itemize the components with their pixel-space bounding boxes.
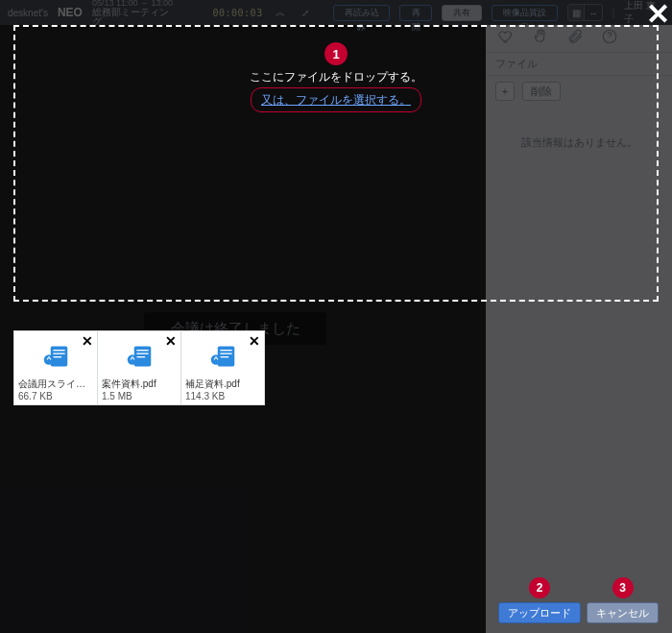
svg-rect-7 xyxy=(136,350,148,351)
svg-rect-2 xyxy=(53,350,64,351)
step-badge-1: 1 xyxy=(324,42,348,65)
file-size: 1.5 MB xyxy=(102,391,177,403)
file-thumbnail-row: ✕ 会議用スライド.… 66.7 KB ✕ 案件資料.pdf 1.5 MB ✕ … xyxy=(13,330,265,405)
file-thumbnail: ✕ 案件資料.pdf 1.5 MB xyxy=(97,330,181,405)
svg-rect-4 xyxy=(53,356,61,357)
svg-rect-8 xyxy=(136,353,148,354)
remove-file-icon[interactable]: ✕ xyxy=(82,333,93,349)
upload-button[interactable]: アップロード xyxy=(498,602,581,623)
select-file-link-wrap[interactable]: 又は、ファイルを選択する。 xyxy=(251,87,421,112)
dialog-button-row: 2 アップロード 3 キャンセル xyxy=(498,577,659,623)
file-thumbnail: ✕ 会議用スライド.… 66.7 KB xyxy=(13,330,98,405)
step-badge-2: 2 xyxy=(529,577,550,598)
remove-file-icon[interactable]: ✕ xyxy=(249,333,260,349)
step-badge-3: 3 xyxy=(612,577,634,598)
svg-rect-14 xyxy=(220,356,228,357)
file-name: 案件資料.pdf xyxy=(102,378,177,391)
file-size: 66.7 KB xyxy=(18,391,93,403)
svg-point-10 xyxy=(128,354,138,365)
svg-rect-13 xyxy=(220,353,231,354)
svg-rect-3 xyxy=(53,353,64,354)
svg-point-5 xyxy=(44,354,55,365)
cancel-button[interactable]: キャンセル xyxy=(587,602,659,623)
svg-rect-12 xyxy=(220,350,231,351)
select-file-link[interactable]: 又は、ファイルを選択する。 xyxy=(261,93,411,107)
dropzone-text: ここにファイルをドロップする。 xyxy=(15,69,657,85)
remove-file-icon[interactable]: ✕ xyxy=(165,333,177,349)
svg-point-15 xyxy=(211,354,222,365)
file-name: 補足資料.pdf xyxy=(185,378,260,391)
file-name: 会議用スライド.… xyxy=(18,378,93,391)
file-dropzone[interactable]: 1 ここにファイルをドロップする。 又は、ファイルを選択する。 xyxy=(13,25,659,302)
file-thumbnail: ✕ 補足資料.pdf 114.3 KB xyxy=(180,330,265,405)
svg-rect-9 xyxy=(136,356,145,357)
file-size: 114.3 KB xyxy=(185,391,260,403)
